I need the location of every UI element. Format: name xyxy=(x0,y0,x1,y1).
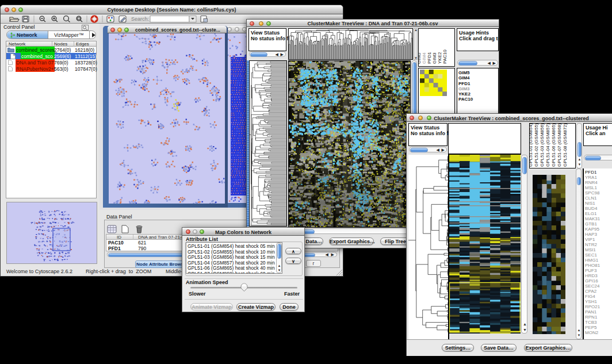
svg-text:Search:: Search: xyxy=(131,16,149,22)
